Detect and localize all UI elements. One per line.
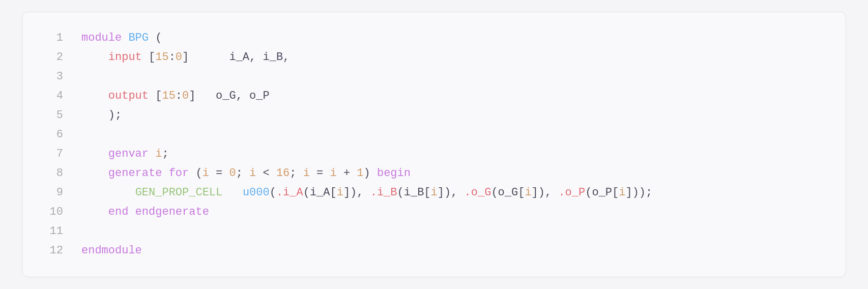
- line-content-1: module BPG (: [81, 28, 162, 48]
- line-number-11: 11: [43, 222, 63, 241]
- line-content-9: GEN_PROP_CELL u000(.i_A(i_A[i]), .i_B(i_…: [81, 183, 652, 203]
- line-content-2: input [15:0] i_A, i_B,: [81, 48, 290, 67]
- line-number-4: 4: [43, 86, 63, 106]
- line-content-4: output [15:0] o_G, o_P: [81, 86, 270, 106]
- code-line-6: 6: [43, 125, 825, 144]
- line-number-9: 9: [43, 183, 63, 203]
- line-content-7: genvar i;: [81, 144, 169, 164]
- code-line-11: 11: [43, 222, 825, 241]
- code-line-4: 4 output [15:0] o_G, o_P: [43, 86, 825, 106]
- code-line-5: 5 );: [43, 106, 825, 125]
- code-container: 1 module BPG ( 2 input [15:0] i_A, i_B, …: [22, 12, 846, 277]
- code-line-7: 7 genvar i;: [43, 144, 825, 164]
- line-content-5: );: [81, 106, 122, 125]
- code-line-2: 2 input [15:0] i_A, i_B,: [43, 48, 825, 67]
- line-number-8: 8: [43, 164, 63, 183]
- line-number-1: 1: [43, 28, 63, 48]
- code-line-3: 3: [43, 67, 825, 86]
- code-line-9: 9 GEN_PROP_CELL u000(.i_A(i_A[i]), .i_B(…: [43, 183, 825, 203]
- line-number-3: 3: [43, 67, 63, 86]
- code-line-10: 10 end endgenerate: [43, 203, 825, 222]
- line-number-2: 2: [43, 48, 63, 67]
- line-number-5: 5: [43, 106, 63, 125]
- line-content-8: generate for (i = 0; i < 16; i = i + 1) …: [81, 164, 411, 183]
- code-line-1: 1 module BPG (: [43, 28, 825, 48]
- code-block: 1 module BPG ( 2 input [15:0] i_A, i_B, …: [43, 28, 825, 261]
- line-number-12: 12: [43, 241, 63, 261]
- line-number-10: 10: [43, 203, 63, 222]
- code-line-12: 12 endmodule: [43, 241, 825, 261]
- line-number-6: 6: [43, 125, 63, 144]
- line-content-10: end endgenerate: [81, 203, 209, 222]
- line-number-7: 7: [43, 144, 63, 164]
- line-content-12: endmodule: [81, 241, 142, 261]
- code-line-8: 8 generate for (i = 0; i < 16; i = i + 1…: [43, 164, 825, 183]
